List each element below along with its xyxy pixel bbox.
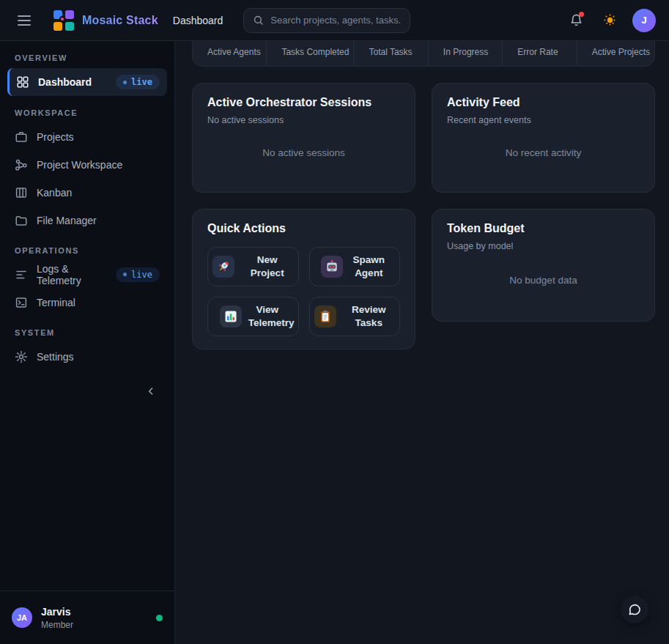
dashboard-icon bbox=[16, 75, 29, 89]
sidebar-item-terminal[interactable]: Terminal bbox=[7, 289, 167, 316]
sidebar-user[interactable]: JA Jarvis Member bbox=[0, 591, 174, 644]
stat-label: Error Rate bbox=[517, 47, 572, 57]
sidebar-item-projects[interactable]: Projects bbox=[7, 123, 167, 150]
stat-label: Tasks Completed bbox=[281, 47, 349, 57]
folder-icon bbox=[15, 214, 28, 227]
quick-action-label: New Project bbox=[241, 253, 294, 279]
sidebar-item-label: Terminal bbox=[37, 297, 75, 308]
terminal-icon bbox=[15, 296, 28, 309]
quick-action-spawn-agent[interactable]: Spawn Agent bbox=[309, 247, 401, 286]
quick-action-review-tasks[interactable]: Review Tasks bbox=[309, 297, 401, 336]
quick-action-label: Review Tasks bbox=[343, 303, 396, 329]
search-box[interactable] bbox=[243, 8, 410, 33]
card-title: Quick Actions bbox=[207, 222, 400, 235]
sidebar-item-kanban[interactable]: Kanban bbox=[7, 179, 167, 206]
empty-state: No budget data bbox=[447, 251, 640, 308]
stat-label: Active Agents bbox=[207, 47, 262, 57]
briefcase-icon bbox=[15, 130, 28, 144]
logs-icon bbox=[15, 268, 28, 281]
sidebar-item-label: Project Workspace bbox=[37, 159, 122, 171]
sidebar-item-label: File Manager bbox=[37, 215, 97, 226]
sidebar-item-file-manager[interactable]: File Manager bbox=[7, 207, 167, 234]
sidebar-item-label: Kanban bbox=[37, 187, 72, 199]
chat-bubble-icon bbox=[627, 602, 642, 617]
quick-action-new-project[interactable]: New Project bbox=[207, 247, 299, 286]
cards-grid: Active Orchestrator Sessions No active s… bbox=[192, 83, 655, 349]
quick-action-label: View Telemetry bbox=[248, 303, 287, 329]
sidebar: OVERVIEW Dashboard live WORKSPACE Projec… bbox=[0, 41, 175, 644]
app-logo[interactable] bbox=[53, 10, 75, 32]
sidebar-item-dashboard[interactable]: Dashboard live bbox=[7, 68, 167, 96]
brand-name: Mosaic Stack bbox=[82, 14, 158, 27]
robot-icon bbox=[321, 256, 343, 278]
sidebar-section-operations: OPERATIONS bbox=[15, 246, 160, 255]
sidebar-item-label: Dashboard bbox=[38, 76, 92, 88]
empty-state: No recent activity bbox=[447, 125, 640, 179]
sidebar-item-project-workspace[interactable]: Project Workspace bbox=[7, 151, 167, 178]
gear-icon bbox=[15, 350, 28, 363]
empty-state: No active sessions bbox=[207, 125, 400, 179]
app-header: Mosaic Stack Dashboard J bbox=[0, 0, 669, 41]
hamburger-icon bbox=[18, 15, 31, 17]
card-activity-feed: Activity Feed Recent agent events No rec… bbox=[432, 83, 655, 193]
sidebar-item-label: Logs & Telemetry bbox=[37, 263, 107, 286]
breadcrumb: Dashboard bbox=[173, 15, 223, 26]
clipboard-icon bbox=[314, 306, 336, 327]
menu-toggle-button[interactable] bbox=[13, 10, 35, 32]
online-status-dot bbox=[156, 615, 163, 621]
sidebar-item-logs-telemetry[interactable]: Logs & Telemetry live bbox=[7, 261, 167, 288]
chevron-left-icon bbox=[145, 385, 157, 397]
quick-action-label: Spawn Agent bbox=[350, 253, 388, 279]
card-title: Activity Feed bbox=[447, 96, 640, 109]
sidebar-section-overview: OVERVIEW bbox=[15, 53, 160, 62]
kanban-icon bbox=[15, 186, 28, 199]
card-subtitle: Usage by model bbox=[447, 241, 640, 251]
card-quick-actions: Quick Actions New Project Spawn Agent bbox=[192, 209, 415, 349]
card-subtitle: Recent agent events bbox=[447, 115, 640, 125]
main-content: 0 Active Agents 0 Tasks Completed 0 Tota… bbox=[176, 0, 669, 349]
sidebar-collapse-button[interactable] bbox=[142, 382, 160, 400]
stat-label: In Progress bbox=[443, 47, 498, 57]
bar-chart-icon bbox=[220, 306, 242, 327]
user-avatar-initials: JA bbox=[12, 607, 32, 628]
notifications-button[interactable] bbox=[565, 10, 587, 32]
search-icon bbox=[253, 15, 264, 26]
user-name: Jarvis bbox=[41, 606, 73, 618]
live-badge: live bbox=[116, 267, 160, 282]
rocket-icon bbox=[212, 256, 234, 278]
card-title: Active Orchestrator Sessions bbox=[207, 96, 400, 109]
card-active-orchestrator-sessions: Active Orchestrator Sessions No active s… bbox=[192, 83, 415, 193]
sidebar-item-settings[interactable]: Settings bbox=[7, 343, 167, 370]
notification-dot bbox=[579, 12, 584, 17]
sidebar-item-label: Projects bbox=[37, 131, 74, 143]
chat-fab-button[interactable] bbox=[621, 596, 648, 623]
card-token-budget: Token Budget Usage by model No budget da… bbox=[432, 209, 655, 322]
quick-action-view-telemetry[interactable]: View Telemetry bbox=[207, 297, 299, 336]
theme-toggle-button[interactable] bbox=[599, 10, 621, 32]
sidebar-item-label: Settings bbox=[37, 351, 74, 363]
live-badge: live bbox=[116, 75, 160, 89]
header-actions: J bbox=[565, 9, 656, 32]
stat-label: Active Projects bbox=[592, 47, 650, 57]
user-role: Member bbox=[41, 620, 73, 630]
user-avatar[interactable]: J bbox=[632, 9, 656, 32]
workflow-icon bbox=[15, 158, 28, 171]
sidebar-section-system: SYSTEM bbox=[15, 328, 160, 337]
stat-label: Total Tasks bbox=[369, 47, 423, 57]
sun-icon bbox=[603, 13, 617, 27]
card-title: Token Budget bbox=[447, 222, 640, 235]
card-subtitle: No active sessions bbox=[207, 115, 400, 125]
quick-actions-grid: New Project Spawn Agent View Telemetry bbox=[207, 247, 400, 336]
search-input[interactable] bbox=[270, 15, 401, 26]
sidebar-section-workspace: WORKSPACE bbox=[15, 108, 160, 117]
